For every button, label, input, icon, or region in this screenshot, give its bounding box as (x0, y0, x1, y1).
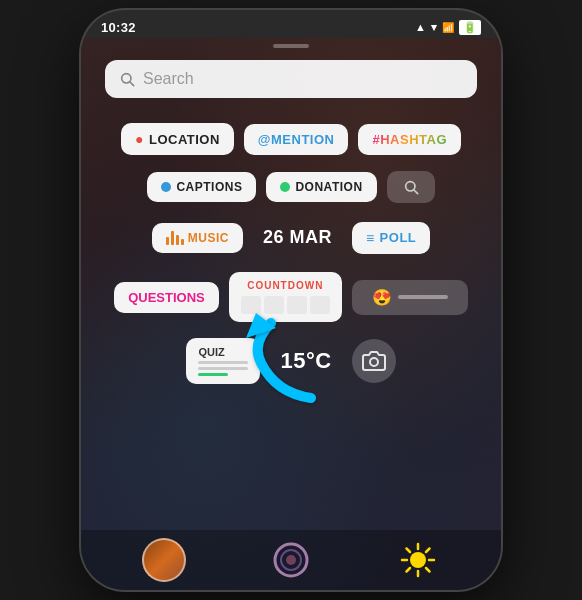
sticker-row-3: MUSIC 26 MAR ≡ POLL (152, 219, 431, 256)
avatar[interactable] (142, 538, 186, 582)
questions-label: QUESTIONS (128, 290, 205, 305)
svg-line-14 (406, 549, 410, 553)
music-bar-2 (171, 231, 174, 245)
donation-label: DONATION (295, 180, 362, 194)
donation-dot-icon (280, 182, 290, 192)
svg-line-16 (426, 549, 430, 553)
quiz-line-1 (198, 361, 248, 364)
location-label: LOCATION (149, 132, 220, 147)
search-placeholder-text: Search (143, 70, 194, 88)
wifi-icon: ▾ (431, 21, 437, 34)
signal-icon: ▲ (415, 21, 426, 33)
music-bars-icon (166, 231, 184, 245)
sun-icon (396, 538, 440, 582)
music-bar-3 (176, 235, 179, 245)
poll-label: POLL (380, 230, 417, 245)
poll-sticker[interactable]: ≡ POLL (352, 222, 430, 254)
music-bar-1 (166, 237, 169, 245)
status-icons: ▲ ▾ 📶 🔋 (415, 20, 481, 35)
emoji-line (398, 295, 448, 299)
emoji-icon: 😍 (372, 288, 392, 307)
quiz-label: QUIZ (198, 346, 224, 358)
donation-sticker[interactable]: DONATION (266, 172, 376, 202)
location-dot: ● (135, 131, 144, 147)
sticker-row-2: CAPTIONS DONATION (147, 171, 434, 203)
search-sticker-icon (403, 179, 419, 195)
mention-label: @MENTION (258, 132, 335, 147)
countdown-sticker[interactable]: COUNTDOWN (229, 272, 342, 322)
camera-sticker[interactable] (352, 339, 396, 383)
temperature-sticker[interactable]: 15°C (270, 340, 341, 382)
date-label: 26 MAR (263, 227, 332, 248)
countdown-boxes (241, 296, 330, 314)
sun-svg (400, 542, 436, 578)
spiral-icon (269, 538, 313, 582)
hashtag-sticker[interactable]: #HASHTAG (358, 124, 461, 155)
battery-icon: 🔋 (459, 20, 481, 35)
countdown-box-2 (264, 296, 284, 314)
svg-point-9 (410, 552, 426, 568)
signal-bars-icon: 📶 (442, 22, 454, 33)
sticker-row-1: ● LOCATION @MENTION #HASHTAG (121, 123, 461, 155)
svg-line-1 (130, 82, 134, 86)
handle-bar (273, 44, 309, 48)
svg-point-4 (370, 358, 378, 366)
captions-sticker[interactable]: CAPTIONS (147, 172, 256, 202)
captions-dot-icon (161, 182, 171, 192)
svg-line-15 (426, 568, 430, 572)
poll-icon: ≡ (366, 230, 375, 246)
music-bar-4 (181, 239, 184, 245)
quiz-line-2 (198, 367, 248, 370)
temperature-label: 15°C (280, 348, 331, 374)
search-icon (119, 71, 135, 87)
mention-sticker[interactable]: @MENTION (244, 124, 349, 155)
spiral-svg (271, 540, 311, 580)
countdown-box-3 (287, 296, 307, 314)
quiz-progress-line (198, 373, 228, 376)
svg-line-17 (406, 568, 410, 572)
bottom-nav (81, 530, 501, 590)
quiz-sticker[interactable]: QUIZ (186, 338, 260, 384)
quiz-lines (198, 361, 248, 376)
hashtag-label: #HASHTAG (372, 132, 447, 147)
music-sticker[interactable]: MUSIC (152, 223, 243, 253)
search-bar[interactable]: Search (105, 60, 477, 98)
date-sticker[interactable]: 26 MAR (253, 219, 342, 256)
countdown-label: COUNTDOWN (247, 280, 323, 291)
captions-label: CAPTIONS (176, 180, 242, 194)
stickers-container: ● LOCATION @MENTION #HASHTAG CAPTIONS (81, 113, 501, 530)
camera-icon (362, 349, 386, 373)
svg-point-8 (286, 555, 296, 565)
search-sticker[interactable] (387, 171, 435, 203)
questions-sticker[interactable]: QUESTIONS (114, 282, 219, 313)
status-bar: 10:32 ▲ ▾ 📶 🔋 (81, 10, 501, 38)
countdown-box-1 (241, 296, 261, 314)
sticker-row-4: QUESTIONS COUNTDOWN 😍 (114, 272, 468, 322)
phone-inner: Search ● LOCATION @MENTION #HASHTAG (81, 38, 501, 590)
emoji-sticker[interactable]: 😍 (352, 280, 468, 315)
countdown-box-4 (310, 296, 330, 314)
sticker-row-5: QUIZ 15°C (186, 338, 395, 384)
music-label: MUSIC (188, 231, 229, 245)
phone-frame: 10:32 ▲ ▾ 📶 🔋 Search ● LOCATION (81, 10, 501, 590)
svg-line-3 (414, 190, 418, 194)
location-sticker[interactable]: ● LOCATION (121, 123, 234, 155)
status-time: 10:32 (101, 20, 136, 35)
